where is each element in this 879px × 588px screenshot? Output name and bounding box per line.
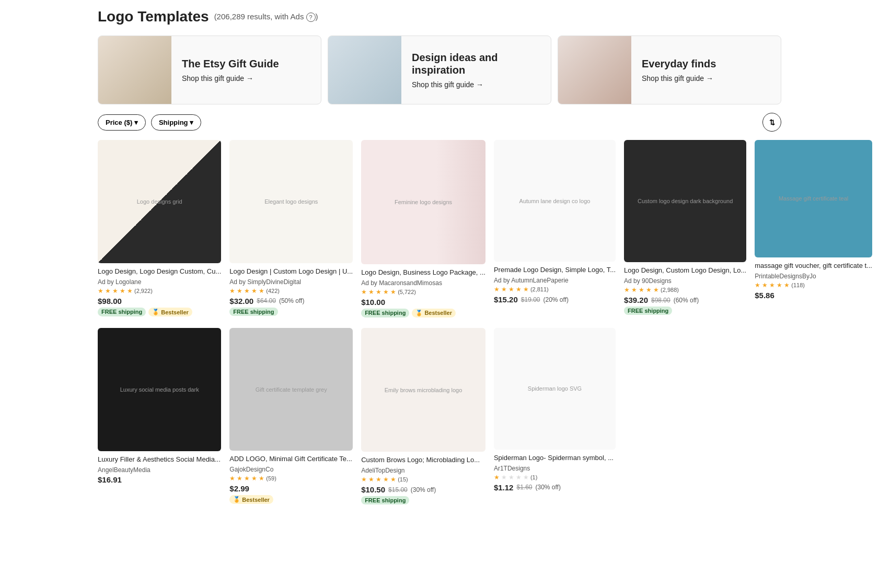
product-name: massage gift voucher, gift certificate t… xyxy=(755,262,872,271)
product-image-angelbeauty: Luxury social media posts dark xyxy=(98,328,221,451)
original-price: $1.60 xyxy=(516,484,532,491)
product-shop: AngelBeautyMedia xyxy=(98,466,221,474)
star-rating: ★★★★★(2,922) xyxy=(98,287,221,295)
product-shop: Ad by AutumnLanePaperie xyxy=(494,277,616,284)
gift-guide-banners: The Etsy Gift Guide Shop this gift guide… xyxy=(98,36,781,104)
original-price: $64.00 xyxy=(257,297,276,304)
product-grid: Logo designs grid Logo Design, Logo Desi… xyxy=(98,140,781,504)
filter-btn-shipping[interactable]: Shipping ▾ xyxy=(151,114,201,131)
banner-image-everyday-finds xyxy=(558,36,631,104)
star-rating: ★★★★★(118) xyxy=(755,281,872,289)
product-image-logolane: Logo designs grid xyxy=(98,140,221,263)
price-row: $5.86 xyxy=(755,291,872,300)
product-card-logolane[interactable]: Logo designs grid Logo Design, Logo Desi… xyxy=(98,140,221,317)
discount-badge: (60% off) xyxy=(674,297,699,304)
product-price: $10.00 xyxy=(361,298,385,307)
product-price: $32.00 xyxy=(229,297,253,305)
price-row: $2.99 xyxy=(229,484,353,493)
product-shop: GajokDesignCo xyxy=(229,466,353,473)
star-rating: ★★★★★(2,988) xyxy=(624,286,746,293)
product-shop: PrintableDesignsByJo xyxy=(755,273,872,280)
price-row: $16.91 xyxy=(98,475,221,484)
banner-everyday-finds[interactable]: Everyday finds Shop this gift guide → xyxy=(558,36,781,104)
badges-row: FREE shippingBestseller xyxy=(361,309,485,317)
product-card-gajok[interactable]: Gift certificate template grey ADD LOGO,… xyxy=(229,328,353,505)
product-name: Premade Logo Design, Simple Logo, T... xyxy=(494,266,616,275)
price-row: $10.00 xyxy=(361,298,485,307)
badges-row: FREE shippingBestseller xyxy=(98,308,221,316)
price-row: $39.20$98.00(60% off) xyxy=(624,296,746,304)
badges-row: FREE shipping xyxy=(361,496,485,504)
product-shop: AdeliTopDesign xyxy=(361,467,485,474)
filter-btn-price[interactable]: Price ($) ▾ xyxy=(98,114,146,131)
price-row: $10.50$15.00(30% off) xyxy=(361,485,485,494)
product-card-adeli[interactable]: Emily brows microblading logo Custom Bro… xyxy=(361,328,485,505)
product-name: Custom Brows Logo; Microblading Lo... xyxy=(361,456,485,465)
star-rating: ★★★★★(59) xyxy=(229,475,353,482)
star-rating: ★★★★★(1) xyxy=(494,474,616,481)
original-price: $98.00 xyxy=(651,297,670,304)
banner-title-design-ideas: Design ideas and inspiration xyxy=(412,51,540,76)
free-shipping-badge: FREE shipping xyxy=(98,308,146,316)
star-rating: ★★★★★(422) xyxy=(229,287,353,295)
free-shipping-badge: FREE shipping xyxy=(229,308,277,316)
free-shipping-badge: FREE shipping xyxy=(624,307,672,315)
banner-title-etsy-gift-guide: The Etsy Gift Guide xyxy=(182,57,279,70)
results-count: (206,289 results, with Ads ?) xyxy=(214,12,318,22)
product-price: $98.00 xyxy=(98,297,122,305)
product-card-ar1t[interactable]: Spiderman logo SVG Spiderman Logo- Spide… xyxy=(494,328,616,505)
product-price: $1.12 xyxy=(494,483,514,492)
star-rating: ★★★★★(5,722) xyxy=(361,288,485,296)
star-rating: ★★★★★(2,811) xyxy=(494,286,616,293)
product-shop: Ad by 90Designs xyxy=(624,277,746,285)
discount-badge: (30% off) xyxy=(535,484,560,491)
product-image-printable: Massage gift certificate teal xyxy=(755,140,872,257)
discount-badge: (20% off) xyxy=(543,296,569,303)
product-name: Spiderman Logo- Spiderman symbol, ... xyxy=(494,454,616,463)
badges-row: Bestseller xyxy=(229,495,353,504)
product-name: Logo Design, Custom Logo Design, Lo... xyxy=(624,266,746,275)
bestseller-badge: Bestseller xyxy=(229,495,273,504)
banner-link-everyday-finds[interactable]: Shop this gift guide → xyxy=(642,74,716,83)
original-price: $19.00 xyxy=(521,296,540,303)
free-shipping-badge: FREE shipping xyxy=(361,496,409,504)
product-image-macarons: Feminine logo designs xyxy=(361,140,485,264)
product-card-90designs[interactable]: Custom logo design dark background Logo … xyxy=(624,140,746,317)
product-card-autumnlane[interactable]: Autumn lane design co logo Premade Logo … xyxy=(494,140,616,317)
banner-design-ideas[interactable]: Design ideas and inspiration Shop this g… xyxy=(328,36,551,104)
product-name: Logo Design, Business Logo Package, ... xyxy=(361,268,485,277)
product-image-ar1t: Spiderman logo SVG xyxy=(494,328,616,450)
sort-filter-button[interactable]: ⇅ xyxy=(762,113,781,132)
filter-bar: Price ($) ▾Shipping ▾⇅ xyxy=(98,113,781,132)
badges-row: FREE shipping xyxy=(624,307,746,315)
banner-link-design-ideas[interactable]: Shop this gift guide → xyxy=(412,80,540,89)
product-price: $15.20 xyxy=(494,295,518,304)
bestseller-badge: Bestseller xyxy=(412,309,456,317)
banner-etsy-gift-guide[interactable]: The Etsy Gift Guide Shop this gift guide… xyxy=(98,36,321,104)
product-price: $2.99 xyxy=(229,484,249,493)
product-image-simplydivine: Elegant logo designs xyxy=(229,140,353,263)
price-row: $15.20$19.00(20% off) xyxy=(494,295,616,304)
badges-row: FREE shipping xyxy=(229,308,353,316)
product-card-simplydivine[interactable]: Elegant logo designs Logo Design | Custo… xyxy=(229,140,353,317)
product-name: Luxury Filler & Aesthetics Social Media.… xyxy=(98,455,221,464)
product-price: $10.50 xyxy=(361,485,385,494)
star-rating: ★★★★★(15) xyxy=(361,476,485,483)
banner-link-etsy-gift-guide[interactable]: Shop this gift guide → xyxy=(182,74,279,83)
help-icon[interactable]: ? xyxy=(306,13,316,22)
product-card-angelbeauty[interactable]: Luxury social media posts dark Luxury Fi… xyxy=(98,328,221,505)
banner-image-design-ideas xyxy=(328,36,401,104)
price-row: $98.00 xyxy=(98,297,221,305)
product-image-autumnlane: Autumn lane design co logo xyxy=(494,140,616,262)
page-title: Logo Templates (206,289 results, with Ad… xyxy=(98,8,318,25)
product-shop: Ad by SimplyDivineDigital xyxy=(229,278,353,286)
discount-badge: (30% off) xyxy=(411,486,436,493)
banner-title-everyday-finds: Everyday finds xyxy=(642,57,716,70)
product-card-printable[interactable]: Massage gift certificate teal massage gi… xyxy=(755,140,872,317)
price-row: $1.12$1.60(30% off) xyxy=(494,483,616,492)
product-card-macarons[interactable]: Feminine logo designs Logo Design, Busin… xyxy=(361,140,485,317)
product-name: Logo Design, Logo Design Custom, Cu... xyxy=(98,267,221,276)
product-shop: Ad by Logolane xyxy=(98,278,221,286)
product-price: $16.91 xyxy=(98,475,122,484)
product-image-90designs: Custom logo design dark background xyxy=(624,140,746,262)
